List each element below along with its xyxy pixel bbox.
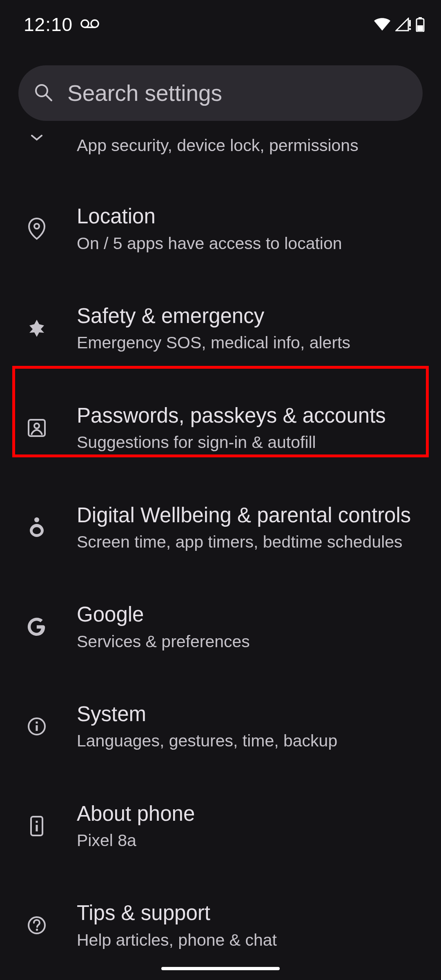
svg-rect-7 (417, 25, 423, 31)
svg-point-10 (34, 224, 39, 229)
search-placeholder: Search settings (67, 80, 222, 106)
google-icon (16, 617, 57, 637)
svg-point-12 (34, 423, 39, 428)
status-left: 12:10 (24, 13, 100, 36)
settings-item-wellbeing[interactable]: Digital Wellbeing & parental controls Sc… (0, 478, 441, 577)
svg-rect-15 (36, 725, 38, 731)
svg-point-21 (36, 929, 38, 931)
phone-info-icon (16, 815, 57, 837)
settings-item-sub: Pixel 8a (77, 830, 416, 851)
settings-item-title: About phone (77, 801, 416, 826)
settings-item-safety[interactable]: Safety & emergency Emergency SOS, medica… (0, 278, 441, 378)
settings-item-sub: Services & preferences (77, 631, 416, 652)
svg-rect-3 (409, 20, 411, 27)
voicemail-icon (80, 19, 100, 30)
svg-point-1 (91, 20, 98, 27)
nav-handle[interactable] (161, 967, 280, 970)
svg-line-9 (46, 95, 51, 100)
settings-item-about[interactable]: About phone Pixel 8a (0, 776, 441, 876)
svg-rect-18 (36, 825, 38, 831)
svg-point-4 (409, 28, 411, 30)
clock: 12:10 (24, 13, 73, 36)
medical-icon (16, 318, 57, 338)
settings-list: App security, device lock, permissions L… (0, 121, 441, 975)
battery-icon (416, 17, 425, 32)
settings-item-title: System (77, 701, 416, 727)
wifi-icon (373, 18, 391, 31)
settings-item-sub: On / 5 apps have access to location (77, 233, 416, 254)
help-icon (16, 915, 57, 935)
settings-item-title: Location (77, 203, 416, 229)
settings-item-google[interactable]: Google Services & preferences (0, 577, 441, 677)
settings-item-title: Tips & support (77, 900, 416, 926)
svg-point-13 (34, 517, 39, 522)
settings-item-passwords[interactable]: Passwords, passkeys & accounts Suggestio… (0, 378, 441, 478)
status-right (373, 17, 425, 32)
settings-item-title: Passwords, passkeys & accounts (77, 403, 416, 428)
signal-icon (395, 18, 412, 31)
svg-rect-19 (36, 821, 38, 823)
settings-item-security[interactable]: App security, device lock, permissions (0, 127, 441, 179)
settings-item-sub: Suggestions for sign-in & autofill (77, 432, 416, 453)
settings-item-sub: App security, device lock, permissions (77, 135, 416, 156)
settings-item-tips[interactable]: Tips & support Help articles, phone & ch… (0, 875, 441, 975)
settings-item-location[interactable]: Location On / 5 apps have access to loca… (0, 179, 441, 278)
settings-item-system[interactable]: System Languages, gestures, time, backup (0, 677, 441, 776)
location-icon (16, 217, 57, 241)
svg-rect-16 (36, 722, 38, 724)
settings-item-title: Google (77, 601, 416, 627)
search-wrap: Search settings (0, 49, 441, 121)
status-bar: 12:10 (0, 0, 441, 49)
settings-item-sub: Languages, gestures, time, backup (77, 730, 416, 751)
settings-item-sub: Help articles, phone & chat (77, 929, 416, 951)
account-box-icon (16, 418, 57, 438)
settings-item-sub: Screen time, app timers, bedtime schedul… (77, 531, 416, 552)
svg-point-0 (81, 20, 89, 27)
info-icon (16, 716, 57, 737)
search-icon (33, 82, 53, 104)
chevron-down-icon (16, 135, 57, 141)
settings-item-title: Digital Wellbeing & parental controls (77, 502, 416, 528)
wellbeing-icon (16, 516, 57, 539)
settings-item-title: Safety & emergency (77, 303, 416, 329)
settings-item-sub: Emergency SOS, medical info, alerts (77, 332, 416, 353)
search-settings[interactable]: Search settings (18, 65, 423, 121)
